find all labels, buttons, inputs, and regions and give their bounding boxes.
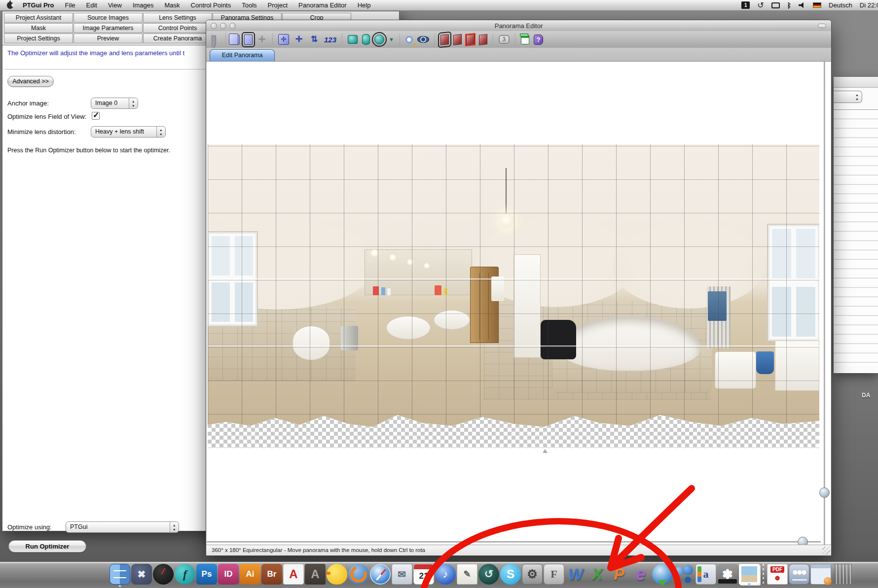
messenger-dock-icon[interactable] <box>674 564 695 585</box>
apple-menu-icon[interactable] <box>7 2 13 9</box>
crop-panel-4-icon[interactable] <box>479 34 487 45</box>
editor-title-bar[interactable]: Panorama Editor <box>206 20 831 31</box>
menu-clock[interactable]: Di 22:0 <box>860 1 878 9</box>
menu-edit[interactable]: Edit <box>81 0 103 11</box>
optimize-using-dropdown[interactable]: PTGui <box>66 521 179 533</box>
indesign-dock-icon[interactable]: ID <box>218 564 239 585</box>
preview-eye-icon[interactable] <box>417 36 429 43</box>
cyberduck-dock-icon[interactable] <box>327 564 347 585</box>
address-folders-dock-icon[interactable]: a <box>695 564 716 585</box>
acrobat-reader-dock-icon[interactable]: A <box>283 564 304 585</box>
run-optimizer-button[interactable]: Run Optimizer <box>8 540 86 553</box>
panorama-image[interactable] <box>208 144 819 448</box>
menu-tools[interactable]: Tools <box>236 0 262 11</box>
image-count-icon[interactable]: 3 <box>499 35 510 44</box>
tab-project-settings[interactable]: Project Settings <box>4 34 73 43</box>
tab-mask[interactable]: Mask <box>4 23 73 33</box>
finder-dock-icon[interactable] <box>110 564 130 585</box>
menu-images[interactable]: Images <box>127 0 159 11</box>
crop-panel-2-icon[interactable] <box>453 34 462 45</box>
photoshop-dock-icon[interactable]: Ps <box>196 564 217 585</box>
textedit-dock-icon[interactable]: ✎ <box>457 564 477 585</box>
menu-help[interactable]: Help <box>352 0 376 11</box>
font-manager-dock-icon[interactable]: F <box>544 564 564 585</box>
menu-view[interactable]: View <box>103 0 127 11</box>
desktop-icon-label[interactable]: DA <box>862 392 870 399</box>
horizontal-scroll-track[interactable] <box>207 541 821 543</box>
stepper-arrows-icon[interactable] <box>170 522 179 532</box>
straighten-panorama-icon[interactable]: ⇅ <box>309 34 320 45</box>
skype-dock-icon[interactable]: S <box>500 564 521 585</box>
bluetooth-icon[interactable]: ᛒ <box>787 1 791 10</box>
anchor-image-dropdown[interactable]: Image 0 <box>91 98 138 109</box>
mail-dock-icon[interactable]: ✉ <box>392 564 412 585</box>
safari-dock-icon[interactable] <box>370 564 391 585</box>
word-dock-icon[interactable]: W <box>565 564 586 585</box>
system-preferences-dock-icon[interactable]: ⚙ <box>522 564 543 585</box>
tab-edit-panorama[interactable]: Edit Panorama <box>210 49 275 61</box>
menu-control-points[interactable]: Control Points <box>185 0 237 11</box>
advanced-button[interactable]: Advanced >> <box>7 76 54 87</box>
menu-mask[interactable]: Mask <box>159 0 185 11</box>
edit-individual-images-icon[interactable] <box>244 35 253 45</box>
show-individual-images-icon[interactable] <box>231 35 240 45</box>
ical-dock-icon[interactable]: 21 <box>413 564 434 585</box>
firefox-dock-icon[interactable] <box>348 564 369 585</box>
time-machine-dock-icon[interactable]: ↺ <box>478 564 499 585</box>
help-icon[interactable]: ? <box>534 35 543 45</box>
equirectangular-projection-icon[interactable] <box>374 35 384 44</box>
rectilinear-projection-icon[interactable] <box>348 35 358 44</box>
pointer-icon[interactable] <box>211 35 220 44</box>
vertical-scroll-track[interactable] <box>824 62 825 545</box>
menu-app-name[interactable]: PTGui Pro <box>17 0 60 11</box>
msn-globe-dock-icon[interactable] <box>652 564 673 585</box>
cylindrical-projection-icon[interactable] <box>362 34 370 45</box>
tab-create-panorama[interactable]: Create Panorama <box>143 34 212 43</box>
center-point-icon[interactable]: ✛ <box>293 34 304 45</box>
optimize-fov-checkbox[interactable] <box>92 112 100 120</box>
quicksilver-dock-icon[interactable]: ✖ <box>131 564 152 585</box>
pdf-document-dock-icon[interactable]: PDF <box>767 564 788 585</box>
excel-dock-icon[interactable]: X <box>587 564 608 585</box>
dashboard-dock-icon[interactable] <box>153 564 174 585</box>
menu-panorama-editor[interactable]: Panorama Editor <box>293 0 352 11</box>
horizontal-scroll-knob[interactable] <box>798 537 808 545</box>
tab-lens-settings[interactable]: Lens Settings <box>143 13 212 23</box>
acrobat-distiller-dock-icon[interactable]: A <box>305 564 326 585</box>
tab-preview[interactable]: Preview <box>73 34 143 43</box>
vertical-scroll-knob[interactable] <box>819 487 830 498</box>
editor-canvas[interactable] <box>207 62 831 545</box>
network-drive-dock-icon[interactable] <box>789 564 809 585</box>
stepper-arrows-icon[interactable] <box>129 98 138 108</box>
quark-dock-icon[interactable]: ✽ <box>717 564 738 585</box>
fit-panorama-icon[interactable]: ✢ <box>278 34 289 45</box>
crop-panel-3-icon[interactable] <box>466 34 475 45</box>
spaces-icon[interactable] <box>741 1 750 9</box>
crop-panel-1-icon[interactable] <box>440 34 449 45</box>
volume-icon[interactable] <box>799 2 805 8</box>
flash-dock-icon[interactable]: f <box>175 564 195 585</box>
tab-project-assistant[interactable]: Project Assistant <box>4 13 73 23</box>
input-language-label[interactable]: Deutsch <box>829 1 852 9</box>
display-icon[interactable] <box>771 2 780 8</box>
browser-window-dock-icon[interactable] <box>810 564 831 585</box>
right-panel-stepper[interactable] <box>834 91 862 103</box>
german-flag-icon[interactable] <box>813 2 821 8</box>
time-machine-icon[interactable]: ↺ <box>757 1 764 10</box>
tab-image-parameters[interactable]: Image Parameters <box>73 23 143 33</box>
bridge-dock-icon[interactable]: Br <box>261 564 282 585</box>
trash-dock-icon[interactable] <box>832 564 853 585</box>
show-panel-icon[interactable] <box>521 35 529 44</box>
numerical-transform-icon[interactable]: 123 <box>324 35 336 44</box>
toolbar-toggle-button[interactable] <box>818 24 826 28</box>
add-image-icon[interactable]: + <box>257 35 267 44</box>
powerpoint-dock-icon[interactable]: P <box>609 564 629 585</box>
zoom-icon[interactable] <box>405 36 413 43</box>
illustrator-dock-icon[interactable]: Ai <box>240 564 260 585</box>
tab-control-points[interactable]: Control Points <box>143 23 212 33</box>
menu-project[interactable]: Project <box>262 0 293 11</box>
resize-grip[interactable] <box>822 547 830 554</box>
tab-source-images[interactable]: Source Images <box>73 13 143 23</box>
itunes-dock-icon[interactable]: ♪ <box>435 564 456 585</box>
iphoto-dock-icon[interactable] <box>739 564 760 585</box>
